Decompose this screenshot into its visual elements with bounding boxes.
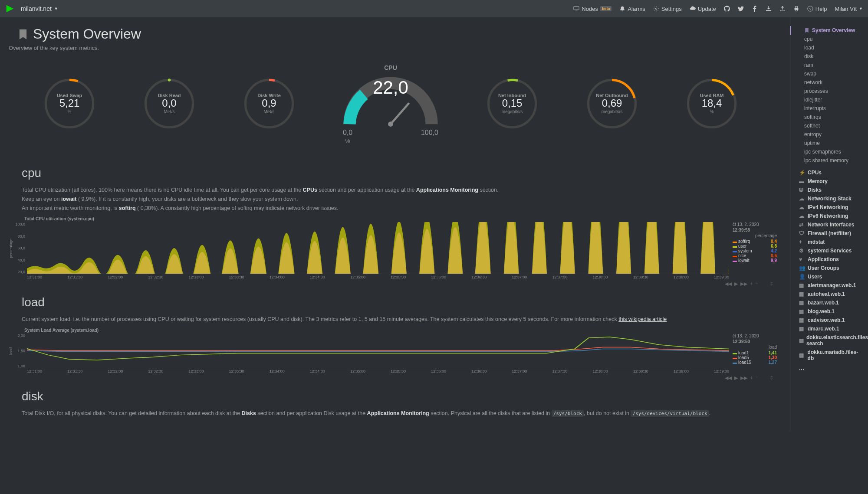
sidebar-subitem[interactable]: load <box>796 43 863 52</box>
sidebar-section[interactable]: 🛡Firewall (netfilter) <box>796 229 863 238</box>
sidebar-subitem[interactable]: interrupts <box>796 104 863 113</box>
section-icon: ☁ <box>799 213 805 219</box>
section-heading: load <box>22 295 777 309</box>
nav-settings[interactable]: Settings <box>653 6 682 12</box>
gauge-cpu[interactable]: CPU 22,0 0,0% 100,0 <box>339 64 443 144</box>
legend-item[interactable]: system4,2 <box>733 249 777 253</box>
download-icon[interactable] <box>766 6 772 12</box>
gauge-disk-write[interactable]: Disk Write 0,9 MiB/s <box>239 75 299 133</box>
gauges-row: Used Swap 5,21 % Disk Read 0,0 MiB/s <box>4 60 777 157</box>
nav-nodes[interactable]: Nodes beta <box>573 6 612 12</box>
section-icon: ♥ <box>799 256 805 262</box>
plus-icon[interactable]: + <box>750 375 753 381</box>
sidebar-subitem[interactable]: uptime <box>796 139 863 147</box>
section-icon: ▦ <box>799 317 805 323</box>
twitter-icon[interactable] <box>738 6 744 12</box>
gauge-net-inbound[interactable]: Net Inbound 0,15 megabits/s <box>482 75 542 133</box>
github-icon[interactable] <box>724 6 730 12</box>
sidebar-section[interactable]: ▦cadvisor.web.1 <box>796 316 863 324</box>
sidebar-section[interactable]: ▦dmarc.web.1 <box>796 324 863 333</box>
gauge-swap[interactable]: Used Swap 5,21 % <box>39 75 100 133</box>
sidebar-section[interactable]: ▦dokku.mariadb.files-db <box>796 348 863 363</box>
wikipedia-link[interactable]: this wikipedia article <box>618 316 667 322</box>
bookmark-icon <box>17 29 29 40</box>
forward-icon[interactable]: ▶▶ <box>740 375 747 381</box>
sidebar-more[interactable]: ⋯ <box>796 365 863 374</box>
sidebar-subitem[interactable]: cpu <box>796 35 863 43</box>
sidebar-subitem[interactable]: ipc shared memory <box>796 156 863 165</box>
chart-plot[interactable] <box>27 222 729 274</box>
sidebar-section[interactable]: ▦autoheal.web.1 <box>796 290 863 298</box>
sidebar-section[interactable]: ☁Networking Stack <box>796 194 863 203</box>
sidebar-section[interactable]: ☁IPv4 Networking <box>796 203 863 212</box>
legend-item[interactable]: nice0,6 <box>733 253 777 258</box>
caret-down-icon: ▼ <box>859 7 863 11</box>
sidebar-subitem[interactable]: entropy <box>796 130 863 139</box>
sidebar-subitem[interactable]: ipc semaphores <box>796 147 863 156</box>
topbar: milanvit.net ▼ Nodes beta Alarms Setting… <box>0 0 868 17</box>
sidebar-subitem[interactable]: network <box>796 78 863 87</box>
gauge-net-outbound[interactable]: Net Outbound 0,69 megabits/s <box>582 75 642 133</box>
sidebar-section[interactable]: ▦bazarr.web.1 <box>796 298 863 307</box>
nav-update[interactable]: Update <box>690 6 716 12</box>
upload-icon[interactable] <box>779 6 786 12</box>
section-icon: + <box>799 239 805 245</box>
sidebar-subitem[interactable]: disk <box>796 52 863 61</box>
legend-item[interactable]: load151,27 <box>733 360 777 365</box>
gauge-ram[interactable]: Used RAM 18,4 % <box>681 75 742 133</box>
play-icon[interactable]: ▶ <box>734 375 738 381</box>
sidebar-section[interactable]: ▬Memory <box>796 177 863 186</box>
sidebar-section[interactable]: ▦dokku.elasticsearch.files-search <box>796 333 863 348</box>
sidebar-section[interactable]: ☁IPv6 Networking <box>796 212 863 220</box>
sidebar-section[interactable]: ⚙systemd Services <box>796 246 863 255</box>
sidebar-section[interactable]: ⚡CPUs <box>796 168 863 177</box>
nav-alarms[interactable]: Alarms <box>619 6 645 12</box>
hostname-dropdown[interactable]: milanvit.net ▼ <box>21 5 58 12</box>
sidebar-subitem[interactable]: processes <box>796 87 863 95</box>
sidebar-section[interactable]: ⇄Network Interfaces <box>796 220 863 229</box>
legend-item[interactable]: load11,41 <box>733 350 777 355</box>
legend-item[interactable]: iowait9,9 <box>733 258 777 263</box>
rewind-icon[interactable]: ◀◀ <box>725 281 732 287</box>
netdata-logo[interactable] <box>5 4 15 13</box>
play-icon[interactable]: ▶ <box>734 281 738 287</box>
chart-cpu[interactable]: Total CPU utilization (system.cpu) perce… <box>9 216 777 287</box>
gear-icon <box>653 6 659 12</box>
monitor-icon <box>573 6 579 12</box>
chart-plot[interactable] <box>27 334 729 368</box>
sidebar-subitem[interactable]: softnet <box>796 121 863 130</box>
sidebar-subitem[interactable]: idlejitter <box>796 95 863 104</box>
nav-user[interactable]: Milan Vít ▼ <box>835 6 863 12</box>
sidebar-subitem[interactable]: softirqs <box>796 113 863 121</box>
legend-item[interactable]: load51,30 <box>733 355 777 360</box>
facebook-icon[interactable] <box>752 6 758 12</box>
minus-icon[interactable]: − <box>756 281 758 287</box>
section-cpu: cpu Total CPU utilization (all cores). 1… <box>22 166 777 212</box>
sidebar-section[interactable]: +mdstat <box>796 238 863 246</box>
legend-item[interactable]: softirq0,4 <box>733 239 777 244</box>
sidebar-subitem[interactable]: swap <box>796 69 863 78</box>
sidebar-subitem[interactable]: ram <box>796 61 863 69</box>
sidebar-section[interactable]: 👥User Groups <box>796 264 863 272</box>
legend-item[interactable]: user6,8 <box>733 244 777 249</box>
plus-icon[interactable]: + <box>750 281 753 287</box>
gauge-disk-read[interactable]: Disk Read 0,0 MiB/s <box>139 75 200 133</box>
section-icon: ▦ <box>799 326 805 332</box>
resize-icon[interactable]: ⇕ <box>769 281 773 287</box>
forward-icon[interactable]: ▶▶ <box>740 281 747 287</box>
section-icon: ▦ <box>799 282 805 288</box>
print-icon[interactable] <box>793 6 799 12</box>
chart-load[interactable]: System Load Average (system.load) load 2… <box>9 328 777 381</box>
sidebar-item-overview[interactable]: System Overview <box>790 26 863 35</box>
nav-help[interactable]: ? Help <box>807 6 827 12</box>
section-heading: cpu <box>22 166 777 180</box>
sidebar-section[interactable]: ⛁Disks <box>796 186 863 194</box>
sidebar-section[interactable]: ▦blog.web.1 <box>796 307 863 316</box>
minus-icon[interactable]: − <box>756 375 758 381</box>
chart-yaxis: 2,001,501,00 <box>15 334 27 368</box>
sidebar-section[interactable]: 👤Users <box>796 272 863 281</box>
sidebar-section[interactable]: ♥Applications <box>796 255 863 264</box>
rewind-icon[interactable]: ◀◀ <box>725 375 732 381</box>
sidebar-section[interactable]: ▦alertmanager.web.1 <box>796 281 863 290</box>
resize-icon[interactable]: ⇕ <box>769 375 773 381</box>
